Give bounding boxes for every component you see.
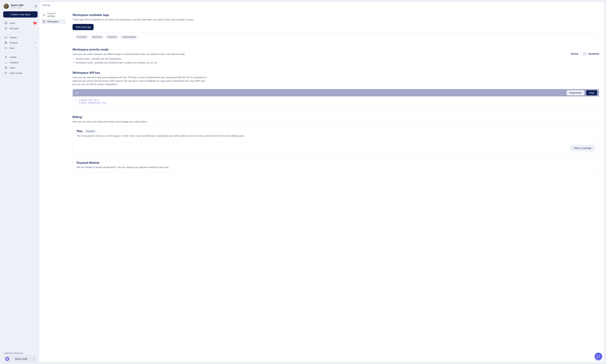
plan-header: Plan Premium xyxy=(77,130,595,133)
nav-label: Projects xyxy=(10,41,18,44)
dollar-icon xyxy=(4,56,7,58)
svg-point-0 xyxy=(35,5,37,7)
workspace-info: Starko ONE v0.1.0 - beta xyxy=(11,4,23,9)
search-icon[interactable] xyxy=(34,5,37,8)
section-title: Workspace API key xyxy=(73,71,599,75)
plan-badge: Premium xyxy=(84,130,96,133)
settings-nav: Account settings Workspace xyxy=(39,8,67,362)
copy-button[interactable]: Copy xyxy=(586,90,597,95)
payment-card: Payment Method We use Paddle to handle a… xyxy=(73,157,599,172)
content-row: Account settings Workspace Workspace ava… xyxy=(39,8,604,362)
nav-label: Clients xyxy=(10,56,17,58)
nav-projects[interactable]: Projects xyxy=(2,40,38,45)
line-number: 1 xyxy=(75,99,76,104)
section-title: Billing: xyxy=(73,115,599,119)
tags-section: Workspace available tags These tags will… xyxy=(73,13,599,41)
toggle-label-normal: Normal xyxy=(571,53,578,55)
workspace-logo-icon xyxy=(5,357,9,361)
inbox-badge: 2 xyxy=(33,22,37,24)
code-content[interactable]: STARKO_API_KEY= STARKO_WORKSPACE_ID= xyxy=(79,99,106,104)
codeblock-header: .env Regenerate Copy xyxy=(73,89,599,96)
chevron-down-icon xyxy=(34,41,37,44)
nav-label: Team invites xyxy=(10,72,22,74)
settings-nav-label: Account settings xyxy=(47,12,64,17)
chat-icon xyxy=(597,355,600,358)
section-desc: Here you can view your billing informati… xyxy=(73,120,599,124)
nav-team[interactable]: Team xyxy=(2,65,38,70)
settings-nav-account[interactable]: Account settings xyxy=(41,11,66,19)
codeblock-filename: .env xyxy=(75,91,79,94)
nav-group-main: Inbox 2 My tasks xyxy=(2,20,38,32)
main-panel: Settings Account settings Workspace xyxy=(39,2,604,362)
check-circle-icon xyxy=(4,27,7,30)
priority-toggle-group: Normal Numbered xyxy=(571,48,599,56)
chart-icon xyxy=(4,61,7,64)
plan-card: Plan Premium The next payment will occur… xyxy=(73,126,599,155)
svg-point-15 xyxy=(44,14,44,15)
nav-label: Inbox xyxy=(10,22,15,25)
add-tag-button[interactable]: Add a new tag xyxy=(73,24,94,30)
priority-section: Workspace priority mode Here you can swi… xyxy=(73,48,599,65)
section-title: Workspace available tags xyxy=(73,13,599,17)
section-desc: These tags will be available for all use… xyxy=(73,18,599,21)
tag-pill[interactable]: Back-End xyxy=(90,35,104,39)
divider xyxy=(4,52,37,53)
workspace-version: v0.1.0 - beta xyxy=(11,7,23,9)
selected-workspace-name: Starko ONE xyxy=(11,358,31,360)
tag-pill[interactable]: Front-End xyxy=(75,35,89,39)
help-fab[interactable] xyxy=(595,353,602,360)
divider xyxy=(77,142,595,142)
billing-section: Billing: Here you can view your billing … xyxy=(73,115,599,172)
create-issue-button[interactable]: Create a new issue xyxy=(3,11,38,18)
workspace-selector[interactable]: Starko ONE xyxy=(3,355,37,362)
svg-point-11 xyxy=(6,67,7,68)
nav-label: Analytics xyxy=(10,61,19,64)
avatar[interactable] xyxy=(3,3,9,9)
nav-my-tasks[interactable]: My tasks xyxy=(2,26,38,31)
nav-label: Team xyxy=(10,66,15,69)
payment-desc: We use Paddle to handle all payments. Yo… xyxy=(77,166,595,169)
user-icon xyxy=(43,13,45,16)
nav-team-invites[interactable]: Team invites xyxy=(2,70,38,76)
nav-clients[interactable]: Clients xyxy=(2,54,38,60)
priority-bullets: Normal mode - priorities are self explan… xyxy=(76,57,567,65)
chevron-down-icon xyxy=(34,47,37,49)
regenerate-button[interactable]: Regenerate xyxy=(567,90,584,95)
svg-point-12 xyxy=(5,72,6,73)
nav-inbox[interactable]: Inbox 2 xyxy=(2,20,38,26)
section-title: Workspace priority mode xyxy=(73,48,567,52)
priority-toggle[interactable] xyxy=(580,52,587,56)
nav-files[interactable]: Files xyxy=(2,45,38,51)
select-package-button[interactable]: Select a package xyxy=(570,145,595,151)
page-title: Settings xyxy=(39,2,604,8)
svg-point-5 xyxy=(6,42,6,43)
ticket-icon xyxy=(4,36,7,39)
building-icon xyxy=(43,20,45,23)
nav-tickets[interactable]: Tickets xyxy=(2,35,38,40)
svg-point-10 xyxy=(5,67,6,68)
sidebar-header: Starko ONE v0.1.0 - beta xyxy=(2,2,38,11)
section-desc: Here you can view and copy your workspac… xyxy=(73,76,207,86)
settings-content: Workspace available tags These tags will… xyxy=(67,8,604,362)
inbox-icon xyxy=(4,22,7,25)
codeblock-body: 1 STARKO_API_KEY= STARKO_WORKSPACE_ID= xyxy=(73,96,599,109)
chevron-down-icon xyxy=(33,358,36,360)
user-plus-icon xyxy=(4,72,7,74)
svg-rect-16 xyxy=(43,21,45,23)
tag-list: Front-End Back-End Finances Administrati… xyxy=(73,33,599,41)
nav-analytics[interactable]: Analytics xyxy=(2,60,38,65)
section-desc: Here you can switch between two differen… xyxy=(73,52,567,56)
workspace-name: Starko ONE xyxy=(11,4,23,7)
settings-nav-workspace[interactable]: Workspace xyxy=(41,19,66,24)
toggle-label-numbered: Numbered xyxy=(589,53,599,55)
tag-pill[interactable]: Finances xyxy=(105,35,119,39)
sidebar: Starko ONE v0.1.0 - beta Create a new is… xyxy=(2,2,39,362)
svg-point-2 xyxy=(5,27,7,29)
plan-title: Plan xyxy=(77,130,83,133)
bullet: Normal mode - priorities are self explan… xyxy=(76,57,567,61)
tag-pill[interactable]: Administration xyxy=(120,35,138,39)
nav-group-org: Clients Analytics Team Team invites xyxy=(2,54,38,76)
svg-line-1 xyxy=(36,7,37,7)
nav-group-work: Tickets Projects Files xyxy=(2,34,38,52)
nav-label: Files xyxy=(10,47,14,50)
